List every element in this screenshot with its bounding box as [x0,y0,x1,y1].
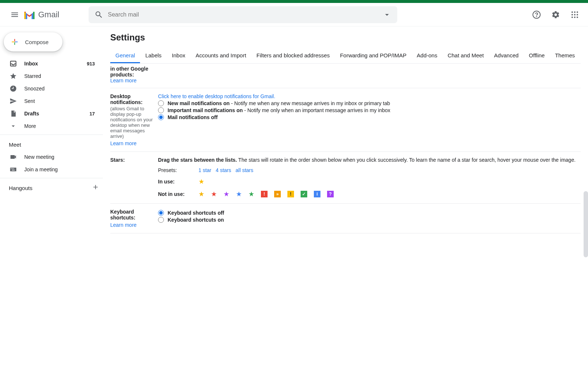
tab-addons[interactable]: Add-ons [412,49,442,63]
tab-forwarding[interactable]: Forwarding and POP/IMAP [335,49,412,63]
tab-filters[interactable]: Filters and blocked addresses [251,49,335,63]
preset-4-stars[interactable]: 4 stars [216,167,231,173]
apps-grid-icon [570,10,579,19]
svg-rect-12 [10,168,17,171]
support-button[interactable] [529,7,544,22]
main-menu-button[interactable] [6,6,24,24]
sidebar-item-drafts[interactable]: Drafts 17 [0,107,103,120]
meet-section-header: Meet [0,137,103,151]
sidebar-item-sent[interactable]: Sent [0,95,103,107]
svg-point-10 [577,17,578,18]
partial-setting-text: in other Google [110,66,148,72]
tab-chat[interactable]: Chat and Meet [442,49,489,63]
partial-setting-text2: products: [110,72,134,78]
compose-button[interactable]: Compose [4,32,62,51]
setting-keyboard-shortcuts: Keyboard shortcuts: Learn more Keyboard … [110,204,581,233]
sidebar-item-new-meeting[interactable]: New meeting [0,151,103,163]
radio-label: Keyboard shortcuts off [168,210,224,216]
tab-inbox[interactable]: Inbox [167,49,191,63]
learn-more-link[interactable]: Learn more [110,222,154,228]
sidebar-item-more[interactable]: More [0,120,103,132]
tab-labels[interactable]: Labels [140,49,166,63]
svg-rect-13 [11,168,11,169]
sidebar-item-snoozed[interactable]: Snoozed [0,82,103,95]
svg-point-2 [571,11,573,13]
search-icon [94,10,103,19]
sidebar-item-starred[interactable]: Starred [0,70,103,82]
video-icon [10,153,17,161]
star-icon [10,72,17,80]
not-in-use-label: Not in use: [158,191,198,197]
in-use-label: In use: [158,179,198,185]
learn-more-link[interactable]: Learn more [110,140,154,146]
plus-icon [92,183,99,191]
star-red-bang[interactable]: ! [261,191,268,197]
gmail-logo[interactable]: Gmail [24,10,59,19]
star-yellow-bang[interactable]: ! [287,191,294,197]
chevron-down-icon [10,122,17,130]
stars-desc-bold: Drag the stars between the lists. [158,157,237,163]
svg-rect-14 [12,168,12,169]
tab-general[interactable]: General [110,49,140,63]
svg-rect-16 [14,168,14,169]
tab-advanced[interactable]: Advanced [489,49,524,63]
keyboard-icon [10,166,17,173]
settings-button[interactable] [548,7,563,22]
svg-rect-17 [12,170,15,171]
apps-button[interactable] [567,7,582,22]
svg-point-6 [574,14,576,15]
star-purple[interactable]: ★ [223,190,229,198]
tab-themes[interactable]: Themes [550,49,580,63]
settings-tabs: General Labels Inbox Accounts and Import… [110,49,581,64]
svg-rect-15 [12,168,13,169]
sidebar-item-inbox[interactable]: Inbox 913 [0,57,103,70]
nav-label: New meeting [24,154,98,160]
enable-notifications-link[interactable]: Click here to enable desktop notificatio… [158,93,275,99]
svg-point-1 [537,16,537,17]
setting-stars: Stars: Drag the stars between the lists.… [110,152,581,204]
tab-accounts[interactable]: Accounts and Import [190,49,251,63]
nav-label: Join a meeting [24,167,98,172]
nav-label: Sent [24,98,98,104]
search-options-icon[interactable] [383,10,391,19]
search-box[interactable] [89,6,397,23]
radio-important-mail-on[interactable] [158,107,164,113]
star-orange-guillemet[interactable]: » [274,191,281,197]
radio-label: New mail notifications on [168,100,230,106]
inbox-icon [10,60,17,67]
presets-label: Presets: [158,167,198,173]
preset-1-star[interactable]: 1 star [198,167,211,173]
learn-more-link[interactable]: Learn more [110,78,137,83]
nav-count: 913 [87,61,95,67]
search-input[interactable] [108,11,383,18]
radio-new-mail-on[interactable] [158,100,164,106]
compose-label: Compose [25,39,49,45]
nav-label: Inbox [24,61,87,67]
scrollbar-thumb[interactable] [584,191,588,257]
nav-label: Starred [24,73,98,79]
compose-plus-icon [10,37,19,46]
setting-description: (allows Gmail to display pop-up notifica… [110,106,154,139]
svg-point-3 [574,11,576,13]
star-red[interactable]: ★ [211,190,217,198]
radio-label-rest: - Notify me when any new message arrives… [230,100,390,106]
star-purple-question[interactable]: ? [327,191,334,197]
radio-shortcuts-on[interactable] [158,217,164,223]
star-green-check[interactable]: ✓ [301,191,307,197]
radio-shortcuts-off[interactable] [158,210,164,216]
star-blue-info[interactable]: i [314,191,320,197]
gear-icon [551,10,560,19]
star-blue[interactable]: ★ [236,190,242,198]
preset-all-stars[interactable]: all stars [236,167,253,173]
radio-mail-off[interactable] [158,114,164,120]
stars-desc-rest: The stars will rotate in the order shown… [237,157,576,163]
hangouts-add-button[interactable] [92,183,99,192]
svg-point-9 [574,17,576,18]
tab-offline[interactable]: Offline [524,49,550,63]
star-orange[interactable]: ★ [198,190,204,198]
sidebar-item-join-meeting[interactable]: Join a meeting [0,163,103,176]
star-green[interactable]: ★ [248,190,254,198]
star-yellow[interactable]: ★ [198,178,204,186]
hangouts-section-header: Hangouts [0,180,103,194]
nav-count: 17 [90,111,95,117]
